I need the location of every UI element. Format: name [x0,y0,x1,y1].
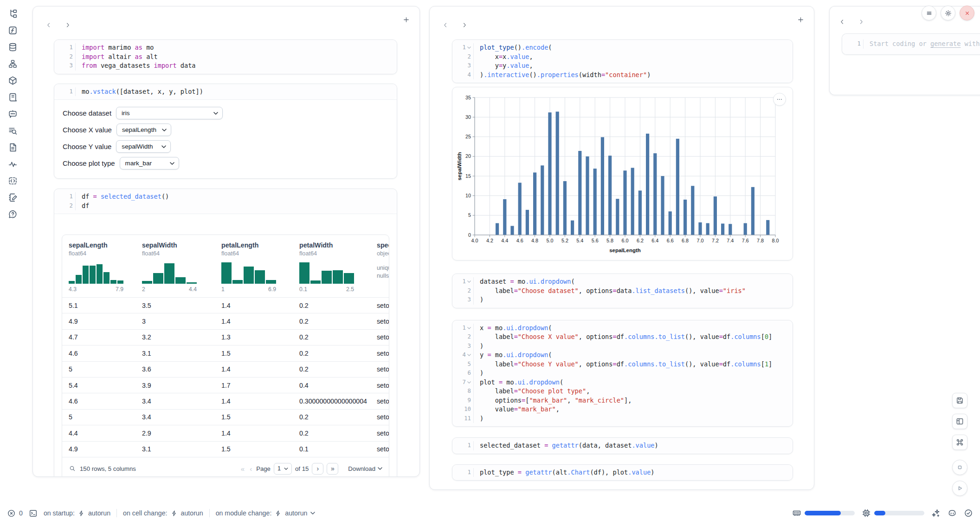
fold-chevron-icon[interactable] [467,381,471,384]
cell-editor[interactable]: 1mo.vstack([dataset, x, y, plot]) [54,84,397,100]
code-line: 3) [452,295,793,305]
sidebar-item-ai-chat[interactable] [7,110,18,120]
check-circle-button[interactable] [964,508,973,518]
column-header-petalWidth[interactable]: petalWidthfloat640.12.5 [293,241,370,293]
code-line: 1dataset = mo.ui.dropdown( [452,277,793,287]
close-icon [963,9,971,17]
settings-button[interactable] [941,6,955,20]
code-line: 2df [54,202,397,211]
column-header [430,7,814,33]
altair-chart-output[interactable]: 4.04.24.44.64.85.05.25.45.65.86.06.26.46… [452,87,793,260]
cell-editor[interactable]: 1plot_type = getattr(alt.Chart(df), plot… [452,465,793,481]
run-button[interactable] [952,481,967,496]
cell-editor[interactable]: 1Start coding or generate with [842,34,980,54]
dropdown-select[interactable]: iris [116,107,223,119]
column-prev-button[interactable] [839,19,845,25]
chevron-down-icon [170,162,174,165]
svg-text:20: 20 [465,153,471,159]
cell-editor[interactable]: 1selected_dataset = getattr(data, datase… [452,438,793,454]
column-prev-button[interactable] [45,22,52,28]
command-button[interactable] [952,435,967,450]
code-line: 6) [452,369,793,378]
sidebar-item-functions[interactable] [7,26,18,36]
close-button[interactable] [960,6,974,20]
cell-editor[interactable]: 1df = selected_dataset()2df [54,189,397,214]
autorun-config-1[interactable]: on cell change:autorun [123,509,203,517]
dropdown-select[interactable]: sepalLength [116,124,171,136]
page-select[interactable]: 1 [274,463,292,475]
chart-actions-button[interactable] [773,93,786,106]
svg-text:7.6: 7.6 [742,238,749,243]
column-prev-button[interactable] [442,22,449,28]
fold-chevron-icon[interactable] [467,46,471,49]
layout-button[interactable] [952,414,967,429]
error-circle-icon [7,509,16,518]
cell-editor[interactable]: 1dataset = mo.ui.dropdown(2 label="Choos… [452,274,793,308]
bar-chart[interactable]: 4.04.24.44.64.85.05.25.45.65.86.06.26.46… [456,92,793,257]
sidebar-item-file-explorer[interactable] [7,9,18,20]
prev-page-button[interactable]: ‹ [249,465,253,473]
column-header-sepalLength[interactable]: sepalLengthfloat644.37.9 [62,241,135,293]
error-indicator[interactable]: 0 [7,509,23,518]
line-number: 3 [452,61,474,71]
autorun-config-0[interactable]: on startup:autorun [44,509,110,517]
code-line: 7plot = mo.ui.dropdown( [452,378,793,387]
save-button[interactable] [952,393,967,408]
column-header-species[interactable]: speciesobjectunique:nulls: [370,241,389,293]
sidebar-item-logs[interactable] [7,93,18,103]
empty-code-cell[interactable]: 1Start coding or generate with [842,33,980,55]
next-page-button[interactable]: › [312,463,323,475]
code-line: 9 options=["mark_bar", "mark_circle"], [452,396,793,405]
sidebar-item-documentation[interactable] [7,143,18,153]
search-icon[interactable] [69,465,76,472]
sidebar-item-snippets[interactable] [7,176,18,187]
sidebar-item-packages[interactable] [7,76,18,86]
cell-editor[interactable]: 1plot_type().encode(2 x=x.value,3 y=y.va… [452,40,793,83]
menu-button[interactable] [922,6,936,20]
sidebar-item-outline[interactable] [7,126,18,137]
sidebar-item-scratchpad[interactable] [7,193,18,203]
dropdown-select[interactable]: sepalWidth [116,140,171,153]
cell-editor[interactable]: 1x = mo.ui.dropdown(2 label="Choose X va… [452,320,793,427]
chevron-down-icon [378,467,382,470]
column-header-sepalWidth[interactable]: sepalWidthfloat6424.4 [135,241,215,293]
sidebar-item-dependency-graph[interactable] [7,59,18,70]
chevron-down-icon [162,129,167,131]
code-line: 2 label="Choose X value", options=df.col… [452,332,793,342]
dropdown-row: Choose X valuesepalLength [63,124,388,136]
column-next-button[interactable] [64,22,71,28]
copilot-button[interactable] [948,508,957,518]
functions-icon [8,26,18,37]
add-cell-button[interactable] [402,16,410,26]
terminal-button[interactable] [29,509,38,518]
fold-chevron-icon[interactable] [467,280,471,283]
segment-value: autorun [181,509,203,517]
line-number: 7 [452,378,474,387]
cell-editor[interactable]: 1import marimo as mo2import altair as al… [54,40,397,74]
floating-actions [952,393,967,496]
sidebar-item-help[interactable] [7,210,18,220]
sidebar-item-tracing[interactable] [7,160,18,170]
dropdown-select[interactable]: mark_bar [120,157,179,169]
column-header-petalLength[interactable]: petalLengthfloat6416.9 [215,241,293,293]
help-icon [8,209,18,221]
autorun-config-2[interactable]: on module change:autorun [216,509,316,517]
dependency-graph-icon [8,59,18,71]
table-footer: 150 rows, 5 columns«‹Page1of 15›»Downloa… [62,457,389,477]
stop-button[interactable] [952,460,967,475]
fold-chevron-icon[interactable] [467,354,471,356]
sidebar-item-data-sources[interactable] [7,43,18,53]
page-count: of 15 [295,465,309,472]
last-page-button[interactable]: » [327,463,338,475]
add-cell-button[interactable] [797,16,805,26]
download-button[interactable]: Download [348,465,382,472]
first-page-button[interactable]: « [240,465,245,473]
column-next-button[interactable] [858,19,864,25]
column-next-button[interactable] [461,22,468,28]
stop-icon [955,463,964,472]
dropdown-row: Choose plot typemark_bar [63,157,388,169]
code-cell-dataframe: 1df = selected_dataset()2df sepalLengthf… [54,189,397,477]
sparkles-button[interactable] [931,508,941,518]
fold-chevron-icon[interactable] [467,327,471,329]
table-row: 5.43.91.70.4setosa [62,377,389,393]
